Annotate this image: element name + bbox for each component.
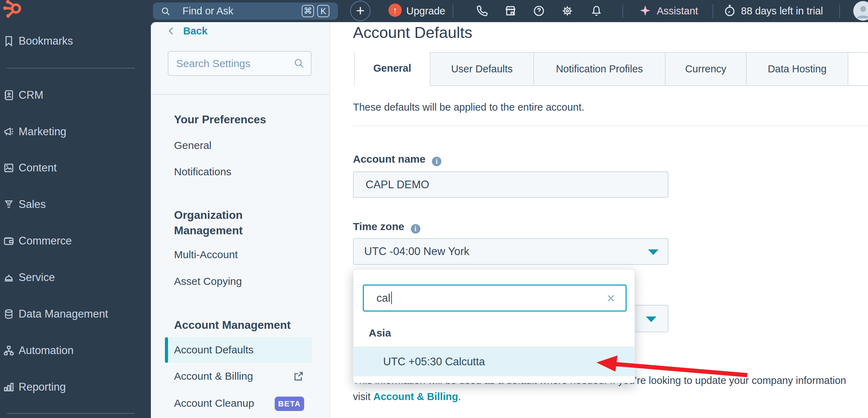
user-avatar[interactable] [853, 1, 868, 21]
text-cursor [391, 292, 392, 304]
sidebar-item-automation[interactable]: Automation [0, 344, 151, 358]
chevron-left-icon [166, 26, 177, 36]
dropdown-search-input[interactable]: cal [363, 285, 627, 312]
create-button[interactable]: + [350, 1, 370, 21]
time-zone-label: Time zone [353, 221, 404, 232]
service-icon [3, 272, 15, 283]
chevron-down-icon [648, 249, 659, 255]
tab-currency[interactable]: Currency [666, 52, 747, 86]
settings-section-heading: Your Preferences [174, 112, 266, 126]
sidebar-item-bookmarks[interactable]: Bookmarks [0, 34, 151, 48]
upgrade-arrow-icon: ↑ [388, 4, 402, 17]
settings-item-general[interactable]: General [174, 138, 212, 152]
settings-item-account-cleanup[interactable]: Account Cleanup [174, 396, 254, 410]
info-icon[interactable]: i [411, 224, 420, 234]
settings-item-account-billing[interactable]: Account & Billing [174, 369, 253, 383]
topbar-divider [453, 5, 453, 18]
help-icon[interactable] [533, 5, 545, 17]
k-key-badge: K [317, 5, 329, 17]
account-name-label: Account name [353, 153, 426, 165]
tab-bar-filler [848, 52, 868, 86]
sidebar-item-sales[interactable]: Sales [0, 197, 151, 211]
sidebar-item-service[interactable]: Service [0, 270, 151, 285]
sidebar-item-marketing[interactable]: Marketing [0, 125, 151, 139]
sidebar-item-data-management[interactable]: Data Management [0, 307, 151, 321]
settings-sidebar: Back Search Settings Your Preferences Ge… [151, 22, 330, 418]
global-search-placeholder: Find or Ask [182, 2, 233, 20]
sidebar-divider [7, 413, 135, 414]
selected-indicator-bar [165, 337, 168, 363]
settings-divider [151, 94, 329, 95]
database-icon [3, 308, 15, 320]
tab-notification-profiles[interactable]: Notification Profiles [534, 52, 666, 86]
settings-item-account-defaults-selected[interactable]: Account Defaults [165, 337, 312, 363]
global-search[interactable]: Find or Ask ⌘ K [153, 2, 338, 20]
sidebar-item-content[interactable]: Content [0, 161, 151, 175]
info-icon[interactable]: i [432, 157, 441, 166]
marketplace-icon[interactable] [504, 5, 517, 17]
account-name-input[interactable]: CAPL DEMO [353, 171, 668, 198]
settings-gear-icon[interactable] [561, 5, 574, 17]
beta-badge: BETA [275, 397, 304, 411]
content-divider [353, 125, 868, 126]
tab-user-defaults[interactable]: User Defaults [430, 52, 534, 86]
sales-icon [3, 198, 15, 210]
workflow-icon [3, 345, 15, 357]
assistant-button[interactable]: Assistant [657, 0, 698, 22]
top-navigation-bar: Find or Ask ⌘ K + ↑ Upgrade [0, 0, 868, 22]
tab-data-hosting[interactable]: Data Hosting [747, 52, 848, 86]
time-zone-value: UTC -04:00 New York [364, 239, 469, 264]
bookmark-icon [3, 35, 15, 47]
settings-search-input[interactable]: Search Settings [168, 51, 312, 76]
time-zone-select[interactable]: UTC -04:00 New York [353, 238, 668, 265]
calling-icon[interactable] [476, 5, 488, 17]
dropdown-option-calcutta[interactable]: UTC +05:30 Calcutta [354, 347, 634, 376]
page-title: Account Defaults [353, 24, 472, 42]
settings-item-multi-account[interactable]: Multi-Account [174, 248, 238, 262]
settings-card: Back Search Settings Your Preferences Ge… [151, 22, 868, 418]
topbar-divider [622, 5, 623, 18]
chevron-down-icon [646, 316, 656, 322]
crm-icon [3, 89, 15, 101]
external-link-icon[interactable] [293, 371, 304, 382]
tab-general[interactable]: General [354, 52, 430, 86]
person-icon [853, 1, 868, 21]
settings-section-heading: Organization Management [174, 207, 307, 238]
settings-section-heading: Account Management [174, 318, 291, 332]
time-zone-dropdown: cal Asia UTC +05:30 Calcutta [353, 269, 635, 383]
account-name-value: CAPL DEMO [366, 172, 429, 197]
sidebar-divider [7, 68, 135, 68]
time-zone-label-row: Time zone i [353, 220, 420, 235]
topbar-divider [839, 5, 840, 18]
content-icon [3, 162, 15, 174]
upgrade-label: Upgrade [406, 0, 445, 22]
sidebar-item-commerce[interactable]: Commerce [0, 234, 151, 248]
cmd-key-badge: ⌘ [302, 5, 314, 17]
footnote-line2: visit Account & Billing. [353, 391, 461, 403]
topbar-divider [713, 5, 713, 18]
trial-timer-icon [723, 4, 736, 17]
tab-bar: General User Defaults Notification Profi… [354, 52, 868, 86]
megaphone-icon [3, 126, 15, 138]
notifications-bell-icon[interactable] [590, 5, 603, 17]
account-defaults-panel: Account Defaults General User Defaults N… [330, 22, 868, 418]
dropdown-search-value: cal [376, 286, 392, 311]
search-icon [161, 6, 171, 16]
intro-text: These defaults will be applied to the en… [353, 101, 584, 113]
dropdown-group-label: Asia [369, 326, 391, 340]
sidebar-item-crm[interactable]: CRM [0, 88, 151, 102]
trial-countdown[interactable]: 88 days left in trial [741, 0, 823, 22]
settings-item-asset-copying[interactable]: Asset Copying [174, 274, 242, 288]
commerce-icon [3, 235, 15, 247]
primary-sidebar: Bookmarks CRM Marketing Content Sales Co… [0, 22, 151, 418]
settings-search-placeholder: Search Settings [176, 52, 251, 75]
settings-item-notifications[interactable]: Notifications [174, 165, 231, 179]
hubspot-logo-icon[interactable] [2, 0, 22, 20]
account-billing-link[interactable]: Account & Billing [373, 391, 458, 402]
account-name-label-row: Account name i [353, 153, 441, 167]
assistant-sparkle-icon [639, 5, 651, 17]
hubspot-settings-app: Find or Ask ⌘ K + ↑ Upgrade [0, 0, 868, 418]
chart-icon [3, 381, 15, 393]
sidebar-item-reporting[interactable]: Reporting [0, 380, 151, 394]
clear-x-icon[interactable] [605, 293, 616, 304]
